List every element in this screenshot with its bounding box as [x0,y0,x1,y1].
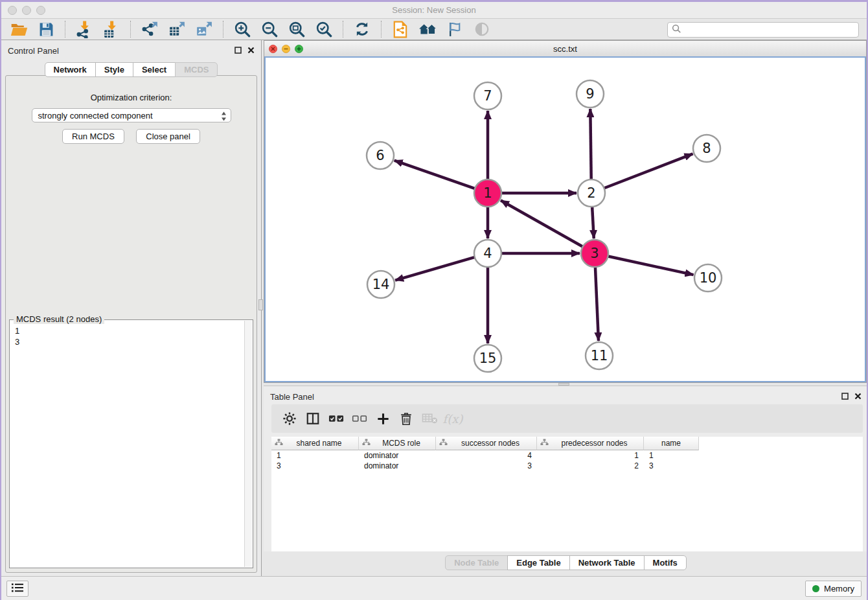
memory-button[interactable]: Memory [805,581,862,597]
select-all-button[interactable] [325,408,347,430]
save-session-button[interactable] [34,19,58,39]
criterion-dropdown[interactable]: strongly connected component [32,108,231,122]
graph-edge-3-1[interactable] [501,200,584,247]
import-network-button[interactable] [72,19,97,39]
chevron-updown-icon [221,111,227,124]
select-all-icon [328,413,345,424]
delete-column-icon [399,411,413,426]
graph-edge-1-6[interactable] [394,161,475,189]
eye-icon [474,22,490,36]
tab-select[interactable]: Select [133,62,176,77]
graph-node-15[interactable]: 15 [474,345,501,372]
table-cell[interactable]: dominator [359,461,436,471]
graph-edge-3-10[interactable] [608,256,694,275]
export-table-button[interactable] [165,19,189,39]
table-tabs: Node TableEdge TableNetwork TableMotifs [445,555,687,570]
column-header-name[interactable]: name [644,437,699,450]
network-window-titlebar: scc.txt [264,41,866,57]
import-network-icon [76,21,93,38]
tab-motifs[interactable]: Motifs [644,555,687,570]
graph-node-2[interactable]: 2 [578,179,605,207]
delete-column-button[interactable] [395,408,417,430]
column-header-mcds-role[interactable]: MCDS role [359,437,436,450]
zoom-in-button[interactable] [230,19,255,39]
column-header-predecessor-nodes[interactable]: predecessor nodes [537,437,644,450]
result-scrollbar[interactable] [244,321,252,567]
graph-edge-2-3[interactable] [592,206,594,238]
table-cell[interactable]: 1 [644,450,699,461]
criterion-value: strongly connected component [38,111,153,121]
task-history-button[interactable] [6,581,29,597]
table-cell[interactable]: 4 [436,450,537,461]
network-document-button[interactable] [388,19,413,39]
main-toolbar [1,19,867,40]
column-header-shared-name[interactable]: shared name [271,437,359,450]
network-canvas[interactable]: 1234678910111415 [264,56,866,382]
table-row[interactable]: 3dominator323 [271,461,863,471]
tab-mcds[interactable]: MCDS [175,62,218,77]
table-cell[interactable]: dominator [359,450,436,461]
import-table-button[interactable] [99,19,124,39]
welcome-home-button[interactable] [415,19,440,39]
tab-network[interactable]: Network [45,62,96,77]
table-cell[interactable]: 2 [537,461,644,471]
open-session-button[interactable] [6,19,31,39]
tab-network-table[interactable]: Network Table [569,555,645,570]
graph-edge-4-14[interactable] [395,257,475,281]
table-panel-title: Table Panel [270,392,314,402]
table-panel-float-button[interactable] [841,392,849,402]
zoom-fit-button[interactable] [284,19,309,39]
tab-edge-table[interactable]: Edge Table [507,555,569,570]
graph-node-14[interactable]: 14 [367,271,394,298]
run-mcds-button[interactable]: Run MCDS [62,129,124,144]
graph-node-3[interactable]: 3 [581,240,608,267]
float-icon [234,46,242,56]
window-left-border [0,0,1,600]
network-document-icon [393,21,409,38]
search-input[interactable] [684,23,858,36]
search-box[interactable] [667,22,859,38]
export-network-button[interactable] [137,19,162,39]
column-layout-button[interactable] [302,408,324,430]
control-panel-close-button[interactable] [247,46,255,56]
table-cell[interactable]: 1 [537,450,644,461]
export-image-button[interactable] [192,19,216,39]
zoom-selected-button[interactable] [312,19,336,39]
mcds-result-line: 1 [15,325,253,336]
table-cell[interactable]: 1 [271,450,359,461]
graph-node-10[interactable]: 10 [694,264,722,292]
style-flag-button[interactable] [442,19,467,39]
control-panel-float-button[interactable] [234,46,242,56]
table-row[interactable]: 1dominator411 [271,450,863,461]
graph-node-11[interactable]: 11 [586,342,613,369]
column-header-successor-nodes[interactable]: successor nodes [436,437,537,450]
graph-node-6[interactable]: 6 [367,142,394,169]
table-panel-close-button[interactable] [854,392,862,402]
table-cell[interactable]: 3 [436,461,537,471]
graph-node-label: 4 [483,246,492,261]
refresh-button[interactable] [350,19,374,39]
graph-edge-3-11[interactable] [595,266,599,341]
tab-node-table[interactable]: Node Table [445,555,508,570]
graph-node-1[interactable]: 1 [474,179,501,207]
graph-node-8[interactable]: 8 [693,135,720,162]
graph-node-7[interactable]: 7 [474,82,501,110]
column-tree-icon [540,439,549,448]
graph-edge-2-8[interactable] [604,154,693,188]
zoom-out-button[interactable] [257,19,282,39]
column-label: predecessor nodes [549,439,640,448]
graph-node-9[interactable]: 9 [577,80,604,108]
close-panel-button[interactable]: Close panel [136,129,200,144]
graph-edge-2-9[interactable] [590,109,591,180]
table-cell[interactable]: 3 [644,461,699,471]
tab-style[interactable]: Style [95,62,133,77]
settings-gear-button[interactable] [279,408,301,430]
mcds-result-text[interactable]: 13 [10,320,253,347]
zoom-out-icon [261,21,279,38]
vertical-splitter-handle[interactable] [258,299,263,310]
table-cell[interactable]: 3 [271,461,359,471]
add-column-button[interactable] [372,408,394,430]
network-graph: 1234678910111415 [266,58,866,382]
graph-node-4[interactable]: 4 [474,240,501,267]
deselect-all-button[interactable] [348,408,371,430]
